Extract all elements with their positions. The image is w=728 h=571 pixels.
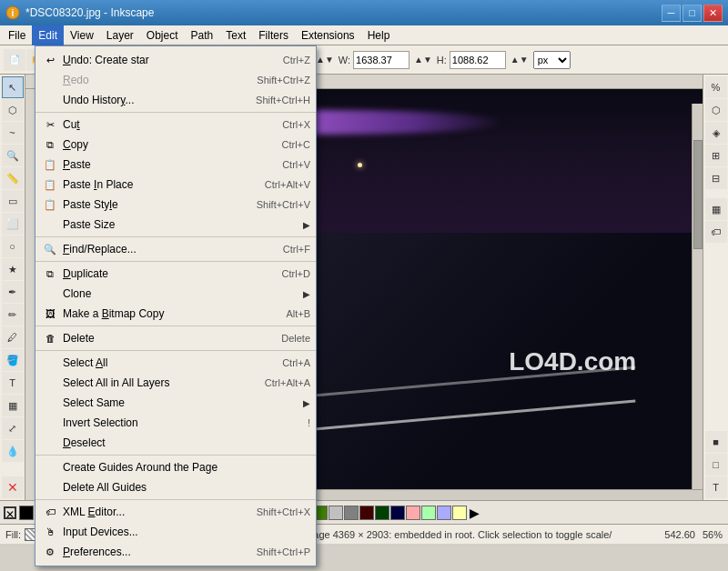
gradient-tool[interactable]: ▦ — [2, 395, 24, 416]
cut-shortcut: Ctrl+X — [282, 119, 310, 130]
text-btn[interactable]: T — [705, 476, 727, 498]
palette-silver[interactable] — [329, 506, 343, 520]
menu-layer[interactable]: Layer — [100, 25, 140, 45]
menu-copy[interactable]: ⧉ Copy Ctrl+C — [35, 135, 316, 155]
palette-darkred[interactable] — [359, 506, 374, 520]
undo-label: Undo: Create star — [63, 54, 276, 66]
cut-label: Cut — [63, 118, 275, 131]
scrollbar-vertical[interactable] — [692, 104, 703, 489]
menu-create-guides[interactable]: Create Guides Around the Page — [35, 457, 316, 477]
menu-delete-all-guides[interactable]: Delete All Guides — [35, 477, 316, 497]
menu-path[interactable]: Path — [185, 25, 220, 45]
menu-select-same[interactable]: Select Same ▶ — [35, 393, 316, 413]
circle-tool[interactable]: ○ — [2, 235, 24, 257]
menu-invert-selection[interactable]: Invert Selection ! — [35, 413, 316, 433]
measure-tool[interactable]: 📏 — [2, 167, 24, 189]
node-tool[interactable]: ⬡ — [2, 99, 24, 121]
text-tool[interactable]: T — [2, 372, 24, 394]
menu-clone[interactable]: Clone ▶ — [35, 284, 316, 304]
close-button[interactable]: ✕ — [703, 5, 723, 22]
spin-h[interactable]: ▲▼ — [511, 55, 529, 65]
menu-object[interactable]: Object — [140, 25, 185, 45]
new-button[interactable]: 📄 — [4, 49, 25, 71]
menu-delete[interactable]: 🗑 Delete Delete — [35, 328, 316, 348]
palette-navy[interactable] — [390, 506, 405, 520]
menu-help[interactable]: Help — [361, 25, 397, 45]
connector-tool[interactable]: ⤢ — [2, 417, 24, 439]
bucket-tool[interactable]: 🪣 — [2, 349, 24, 371]
palette-forestgreen[interactable] — [375, 506, 389, 520]
select-all-layers-label: Select All in All Layers — [63, 376, 258, 389]
3d-box-tool[interactable]: ⬜ — [2, 213, 24, 235]
paste-shortcut: Ctrl+V — [282, 159, 310, 170]
menu-extensions[interactable]: Extensions — [295, 25, 361, 45]
spin-w[interactable]: ▲▼ — [414, 55, 432, 65]
paste-size-arrow: ▶ — [303, 220, 310, 230]
tweak-tool[interactable]: ~ — [2, 122, 24, 144]
menu-deselect[interactable]: Deselect — [35, 433, 316, 453]
palette-lightred[interactable] — [406, 506, 420, 520]
fill-dialog[interactable]: ■ — [705, 431, 727, 453]
menu-view[interactable]: View — [64, 25, 100, 45]
menu-paste-style[interactable]: 📋 Paste Style Shift+Ctrl+V — [35, 195, 316, 215]
menu-section-select: Select All Ctrl+A Select All in All Laye… — [35, 351, 316, 456]
menu-select-all-layers[interactable]: Select All in All Layers Ctrl+Alt+A — [35, 373, 316, 393]
snap-node[interactable]: ◈ — [705, 122, 727, 144]
rect-tool[interactable]: ▭ — [2, 190, 24, 212]
menu-xml-editor[interactable]: 🏷 XML Editor... Shift+Ctrl+X — [35, 502, 316, 522]
menu-paste-size[interactable]: Paste Size ▶ — [35, 215, 316, 235]
menu-filters[interactable]: Filters — [252, 25, 295, 45]
star-tool[interactable]: ★ — [2, 258, 24, 280]
menu-find-replace[interactable]: 🔍 Find/Replace... Ctrl+F — [35, 239, 316, 259]
duplicate-label: Duplicate — [63, 267, 275, 280]
dropper-tool[interactable]: 💧 — [2, 440, 24, 462]
menu-select-all[interactable]: Select All Ctrl+A — [35, 353, 316, 373]
xml-editor-icon: 🏷 — [41, 504, 59, 520]
menu-edit[interactable]: Edit — [32, 25, 64, 45]
menu-file[interactable]: File — [2, 25, 32, 45]
palette-scroll-right[interactable]: ▶ — [470, 506, 480, 520]
duplicate-icon: ⧉ — [41, 265, 59, 282]
palette-lightpurple[interactable] — [437, 506, 451, 520]
menu-section-guides: Create Guides Around the Page Delete All… — [35, 456, 316, 500]
menu-make-bitmap[interactable]: 🖼 Make a Bitmap Copy Alt+B — [35, 304, 316, 324]
w-input[interactable] — [353, 51, 410, 69]
menu-input-devices[interactable]: 🖱 Input Devices... — [35, 522, 316, 542]
snap-grid[interactable]: ⊞ — [705, 145, 727, 166]
no-color-swatch[interactable]: ✕ — [4, 506, 16, 519]
undo-history-icon — [41, 92, 59, 108]
redo-shortcut: Shift+Ctrl+Z — [257, 75, 310, 85]
menu-redo[interactable]: Redo Shift+Ctrl+Z — [35, 70, 316, 90]
palette-lightyellow[interactable] — [452, 506, 467, 520]
palette-gray[interactable] — [344, 506, 359, 520]
menu-paste[interactable]: 📋 Paste Ctrl+V — [35, 155, 316, 175]
menu-text[interactable]: Text — [219, 25, 252, 45]
pen-tool[interactable]: ✒ — [2, 281, 24, 303]
palette-lightgreen[interactable] — [421, 506, 436, 520]
calligraphy-tool[interactable]: 🖊 — [2, 326, 24, 348]
paste-in-place-shortcut: Ctrl+Alt+V — [265, 179, 310, 190]
menu-preferences[interactable]: ⚙ Preferences... Shift+Ctrl+P — [35, 542, 316, 562]
menu-undo-history[interactable]: Undo History... Shift+Ctrl+H — [35, 90, 316, 110]
minimize-button[interactable]: ─ — [662, 5, 681, 22]
maximize-button[interactable]: □ — [682, 5, 702, 22]
layer-manager[interactable]: ▦ — [705, 198, 727, 220]
spin-y[interactable]: ▲▼ — [316, 55, 334, 65]
invert-selection-icon — [41, 415, 59, 431]
zoom-tool[interactable]: 🔍 — [2, 145, 24, 166]
menu-duplicate[interactable]: ⧉ Duplicate Ctrl+D — [35, 264, 316, 284]
stroke-dialog[interactable]: □ — [705, 454, 727, 476]
snap-bbox[interactable]: ⬡ — [705, 99, 727, 121]
pencil-tool[interactable]: ✏ — [2, 304, 24, 326]
select-tool[interactable]: ↖ — [2, 76, 24, 98]
snap-guide[interactable]: ⊟ — [705, 167, 727, 189]
snap-button[interactable]: % — [705, 76, 727, 98]
palette-black[interactable] — [19, 506, 34, 520]
menu-undo[interactable]: ↩ Undo: Create star Ctrl+Z — [35, 50, 316, 70]
unit-select[interactable]: pxmmin — [533, 51, 571, 69]
h-input[interactable] — [450, 51, 506, 69]
menu-cut[interactable]: ✂ Cut Ctrl+X — [35, 115, 316, 135]
menu-paste-in-place[interactable]: 📋 Paste In Place Ctrl+Alt+V — [35, 175, 316, 195]
xml-editor-btn[interactable]: 🏷 — [705, 221, 727, 243]
fill-stroke-x[interactable]: ✕ — [2, 476, 24, 498]
